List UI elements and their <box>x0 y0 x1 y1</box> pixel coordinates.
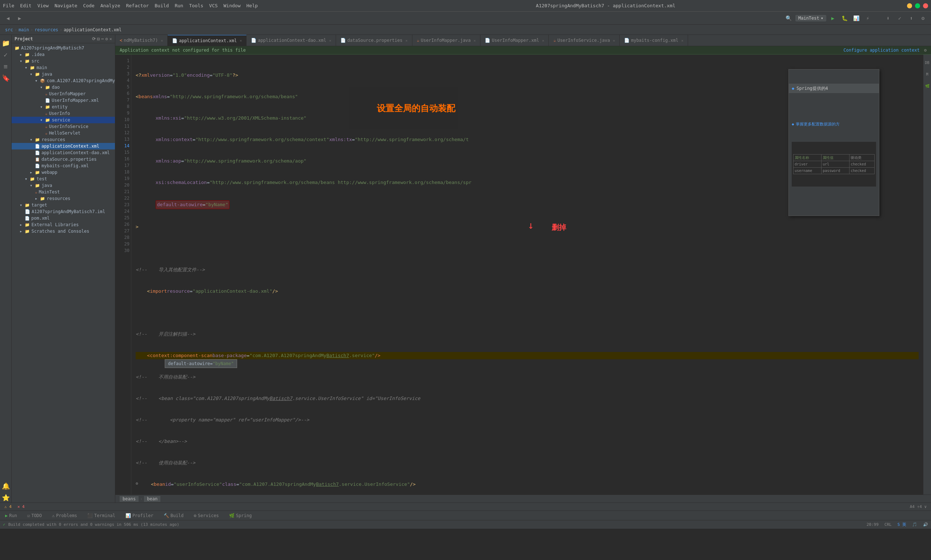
tree-item-userinfo[interactable]: ☕ UserInfo <box>12 110 115 117</box>
structure-icon[interactable]: ≡ <box>1 61 11 71</box>
favorites-icon[interactable]: ⭐ <box>1 492 11 503</box>
build-toolbar-item[interactable]: 🔨 Build <box>162 512 186 519</box>
tree-item-scratches-and-consol[interactable]: ▸ 📁 Scratches and Consoles <box>12 228 115 235</box>
close-sj-tab-icon[interactable]: ✕ <box>613 38 615 43</box>
maven-icon[interactable]: M <box>922 69 931 79</box>
error-indicator[interactable]: ✕ 4 <box>17 505 25 509</box>
tree-item-resources[interactable]: ▸ 📁 resources <box>12 195 115 202</box>
tree-item-a1207springandmybati[interactable]: 📁 A1207springAndMyBatisch7 <box>12 45 115 51</box>
tree-item-pom.xml[interactable]: 📄 pom.xml <box>12 215 115 222</box>
close-dao-tab-icon[interactable]: ✕ <box>329 38 331 43</box>
menu-view[interactable]: View <box>37 3 49 8</box>
close-tab-icon[interactable]: ✕ <box>161 38 163 43</box>
menu-file[interactable]: File <box>3 3 14 8</box>
run-button[interactable]: ▶ <box>828 13 838 23</box>
tab-mapper-xml[interactable]: 📄 UserInfoMapper.xml ✕ <box>480 35 549 46</box>
menu-edit[interactable]: Edit <box>20 3 31 8</box>
tab-datasource[interactable]: 📄 dataSource.properties ✕ <box>336 35 412 46</box>
services-toolbar-item[interactable]: ⚙ Services <box>192 512 221 519</box>
tree-item-applicationcontext-d[interactable]: 📄 applicationContext-dao.xml <box>12 149 115 156</box>
project-header-icons[interactable]: ⟳ ⊟ ⋯ ⚙ ✕ <box>92 36 112 42</box>
commit-icon[interactable]: ✓ <box>1 49 11 60</box>
menu-tools[interactable]: Tools <box>189 3 203 8</box>
tree-item-main[interactable]: ▾ 📁 main <box>12 65 115 71</box>
tree-item-resources[interactable]: ▾ 📁 resources <box>12 136 115 143</box>
settings-icon[interactable]: ⚙ <box>105 36 108 42</box>
project-icon[interactable]: 📁 <box>1 38 11 48</box>
tab-service-java[interactable]: ☕ UserInfoService.java ✕ <box>549 35 620 46</box>
tree-item-dao[interactable]: ▾ 📁 dao <box>12 84 115 91</box>
spring-toolbar-item[interactable]: 🌿 Spring <box>227 512 254 519</box>
tree-item-userinfoservice[interactable]: ☕ UserInfoService <box>12 123 115 130</box>
tree-item-.idea[interactable]: ▸ 📁 .idea <box>12 51 115 58</box>
menu-window[interactable]: Window <box>224 3 241 8</box>
settings-button[interactable]: ⚙ <box>918 13 928 23</box>
window-controls[interactable] <box>907 3 928 8</box>
menu-refactor[interactable]: Refactor <box>126 3 149 8</box>
breadcrumb-resources[interactable]: resources <box>35 27 58 32</box>
tree-item-a1207springandmybati[interactable]: 📄 A1207springAndMyBatisch7.iml <box>12 208 115 215</box>
tree-item-com.a1207.a1207sprin[interactable]: ▾ 📦 com.A1207.A1207springAndMyBat... <box>12 77 115 84</box>
git-update-button[interactable]: ⬇ <box>883 13 893 23</box>
tree-item-java[interactable]: ▾ 📁 java <box>12 71 115 77</box>
tree-item-userinfomapper.xml[interactable]: 📄 UserInfoMapper.xml <box>12 97 115 104</box>
tree-item-datasource.propertie[interactable]: 📋 dataSource.properties <box>12 156 115 163</box>
git-commit-button[interactable]: ✓ <box>895 13 905 23</box>
problems-toolbar-item[interactable]: ⚠ Problems <box>50 512 79 519</box>
settings-gear-icon[interactable]: ⚙ <box>924 48 926 53</box>
breadcrumb-bean[interactable]: bean <box>144 496 160 502</box>
profiler-toolbar-item[interactable]: 📊 Profiler <box>123 512 155 519</box>
bookmarks-icon[interactable]: 🔖 <box>1 73 11 83</box>
close-mx-tab-icon[interactable]: ✕ <box>542 38 544 43</box>
close-button[interactable] <box>923 3 928 8</box>
menu-run[interactable]: Run <box>175 3 183 8</box>
tree-item-maintest[interactable]: ☕ MainTest <box>12 189 115 195</box>
menu-vcs[interactable]: VCS <box>209 3 217 8</box>
tree-item-external-libraries[interactable]: ▸ 📁 External Libraries <box>12 222 115 228</box>
debug-button[interactable]: 🐛 <box>839 13 849 23</box>
tree-item-test[interactable]: ▾ 📁 test <box>12 175 115 182</box>
maximize-button[interactable] <box>915 3 920 8</box>
tree-item-helloservlet[interactable]: ☕ HelloServlet <box>12 130 115 136</box>
breadcrumb-src[interactable]: src <box>5 27 13 32</box>
tree-item-webapp[interactable]: ▸ 📁 webapp <box>12 169 115 175</box>
todo-toolbar-item[interactable]: ☑ TODO <box>25 512 44 519</box>
git-push-button[interactable]: ⬆ <box>906 13 916 23</box>
configure-context-link[interactable]: Configure application context <box>843 48 920 53</box>
spring-right-icon[interactable]: 🌿 <box>922 81 931 91</box>
collapse-all-icon[interactable]: ⊟ <box>97 36 100 42</box>
back-button[interactable]: ◀ <box>3 13 13 23</box>
tree-item-target[interactable]: ▾ 📁 target <box>12 202 115 208</box>
tree-item-src[interactable]: ▾ 📁 src <box>12 58 115 65</box>
tree-item-userinfomapper[interactable]: ☕ UserInfoMapper <box>12 91 115 97</box>
popup-link-more[interactable]: ◆ 掌握更多配置数据源的方 <box>790 121 877 128</box>
database-icon[interactable]: DB <box>922 57 931 68</box>
run-toolbar-item[interactable]: ▶ Run <box>3 512 19 519</box>
close-mj-tab-icon[interactable]: ✕ <box>474 38 476 43</box>
close-panel-icon[interactable]: ✕ <box>109 36 112 42</box>
forward-button[interactable]: ▶ <box>15 13 25 23</box>
terminal-toolbar-item[interactable]: ⬛ Terminal <box>85 512 117 519</box>
dots-icon[interactable]: ⋯ <box>101 36 104 42</box>
tab-mybatis-config[interactable]: 📄 mybaits-config.xml ✕ <box>620 35 688 46</box>
menu-build[interactable]: Build <box>155 3 169 8</box>
menu-code[interactable]: Code <box>83 3 95 8</box>
tab-mapper-java[interactable]: ☕ UserInfoMapper.java ✕ <box>412 35 481 46</box>
menu-navigate[interactable]: Navigate <box>55 3 77 8</box>
breadcrumb-main[interactable]: main <box>18 27 29 32</box>
tree-item-entity[interactable]: ▾ 📁 entity <box>12 104 115 110</box>
tab-application-context[interactable]: 📄 applicationContext.xml ✕ <box>168 35 246 46</box>
sync-icon[interactable]: ⟳ <box>92 36 95 42</box>
tab-dao-xml[interactable]: 📄 applicationContext-dao.xml ✕ <box>246 35 336 46</box>
close-active-tab-icon[interactable]: ✕ <box>240 38 242 43</box>
coverage-button[interactable]: 📊 <box>851 13 861 23</box>
tab-prev[interactable]: ≺ ndMyBatisch7) ✕ <box>115 35 168 46</box>
tree-item-mybaits-config.xml[interactable]: 📄 mybaits-config.xml <box>12 163 115 169</box>
close-ds-tab-icon[interactable]: ✕ <box>405 38 408 43</box>
menu-bar[interactable]: File Edit View Navigate Code Analyze Ref… <box>3 3 305 8</box>
tree-item-service[interactable]: ▾ 📁 service <box>12 117 115 123</box>
search-everywhere-icon[interactable]: 🔍 <box>784 13 794 23</box>
breadcrumb-beans[interactable]: beans <box>120 496 138 502</box>
notifications-icon[interactable]: 🔔 <box>1 481 11 491</box>
menu-analyze[interactable]: Analyze <box>100 3 120 8</box>
